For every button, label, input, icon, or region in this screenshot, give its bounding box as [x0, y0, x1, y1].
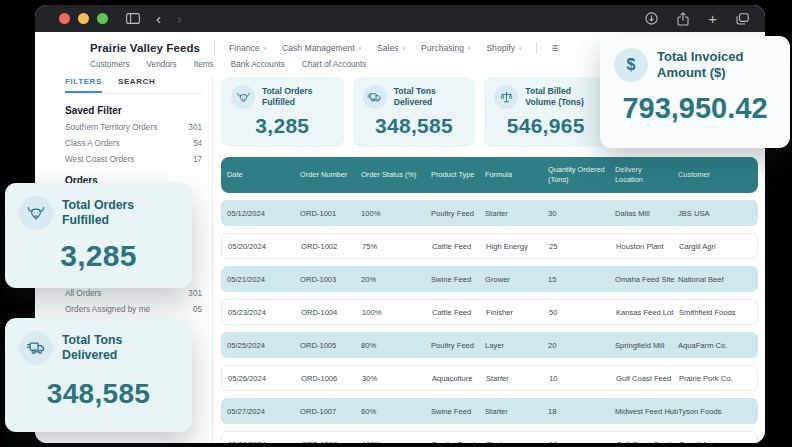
orders-table: DateOrder NumberOrder Status (%)Product … [221, 157, 758, 443]
menu-sales[interactable]: Sales∨ [377, 43, 406, 53]
cell-formula: Finisher [486, 308, 549, 317]
cell-order-status: 100% [361, 209, 431, 218]
cell-order-status: 100% [362, 440, 432, 444]
kpi-cards: Total Orders Fulfilled3,285 Total Tons D… [221, 77, 607, 147]
overlay-card-label: Total Invoiced Amount ($) [657, 49, 776, 80]
menu-cash-management[interactable]: Cash Management∨ [282, 43, 362, 53]
cell-delivery-location: Kansas Feed Lot [616, 308, 679, 317]
table-row[interactable]: 05/26/2024ORD-100630%AquacultureStarter1… [221, 365, 758, 391]
menu-icon[interactable]: ≡ [551, 42, 558, 54]
table-header: DateOrder NumberOrder Status (%)Product … [221, 157, 758, 193]
zoom-button[interactable] [97, 13, 108, 24]
traffic-lights [59, 13, 108, 24]
subnav-chart-of-accounts[interactable]: Chart of Accounts [302, 60, 367, 69]
kpi-value: 3,285 [231, 114, 334, 138]
table-row[interactable]: 05/08/2024ORD-1008100%Poultry FeedStarte… [221, 431, 758, 443]
nav-divider [214, 42, 215, 54]
cell-order-number: ORD-1006 [301, 374, 362, 383]
sidebar-item-count: 05 [193, 305, 202, 314]
kpi-card-total-billed-volume-tons: Total Billed Volume (Tons)546,965 [484, 77, 607, 147]
forward-icon[interactable]: › [177, 11, 182, 26]
menu-finance[interactable]: Finance∨ [229, 43, 267, 53]
cell-product-type: Aquaculture [432, 374, 486, 383]
cell-date: 05/27/2024 [227, 407, 300, 416]
overlay-card-header: $ Total Invoiced Amount ($) [614, 48, 776, 82]
brand-title: Prairie Valley Feeds [90, 42, 200, 54]
cell-formula: High Energy [486, 242, 549, 251]
overlay-card-value: 348,585 [19, 378, 178, 410]
cell-delivery-location: Omaha Feed Site [615, 275, 678, 284]
tab-search[interactable]: SEARCH [118, 77, 155, 93]
cell-delivery-location: Midwest Feed Hub [615, 407, 678, 416]
chevron-down-icon: ∨ [518, 45, 522, 51]
table-row[interactable]: 05/27/2024ORD-100760%Swine FeedStarter18… [221, 398, 758, 424]
nav-divider [536, 42, 537, 54]
sidebar-item-southern-territory-orders[interactable]: Southern Territory Orders301 [65, 123, 202, 132]
cell-quantity-ordered-tons: 25 [549, 242, 616, 251]
cell-customer: Cargill Agri [679, 440, 757, 444]
cell-customer: National Beef [678, 275, 758, 284]
sidebar-item-all-orders[interactable]: All Orders301 [65, 289, 202, 298]
cell-quantity-ordered-tons: 50 [549, 308, 616, 317]
cell-product-type: Swine Feed [431, 275, 485, 284]
cell-customer: Smithfield Foods [679, 308, 757, 317]
kpi-label: Total Orders Fulfilled [262, 86, 334, 107]
sidebar-item-orders-assigned-by-me[interactable]: Orders Assigned by me05 [65, 305, 202, 314]
table-row[interactable]: 05/12/2024ORD-1001100%Poultry FeedStarte… [221, 200, 758, 226]
table-row[interactable]: 05/20/2024ORD-100275%Cattle FeedHigh Ene… [221, 233, 758, 259]
overlay-card-header: Total Tons Delivered [19, 331, 178, 365]
sidebar-toggle-icon[interactable] [126, 13, 140, 24]
overlay-card-label: Total Tons Delivered [62, 333, 178, 363]
kpi-value: 348,585 [363, 114, 466, 138]
subnav-vendors[interactable]: Vendors [147, 60, 177, 69]
minimize-button[interactable] [78, 13, 89, 24]
sidebar-item-west-coast-orders[interactable]: West Coast Orders17 [65, 155, 202, 164]
menu-shopify[interactable]: Shopify∨ [486, 43, 522, 53]
table-row[interactable]: 05/21/2024ORD-100320%Swine FeedGrower15O… [221, 266, 758, 292]
cell-quantity-ordered-tons: 15 [548, 275, 615, 284]
overlay-card-tons-delivered: Total Tons Delivered 348,585 [5, 318, 192, 432]
cell-customer: Cargill Agri [679, 242, 757, 251]
cell-order-number: ORD-1001 [300, 209, 361, 218]
subnav-items[interactable]: Items [194, 60, 214, 69]
truck-icon [19, 331, 53, 365]
column-header-date: Date [227, 170, 300, 180]
chevron-down-icon: ∨ [358, 45, 362, 51]
chevron-down-icon: ∨ [402, 45, 406, 51]
table-row[interactable]: 05/25/2024ORD-100580%Poultry FeedLayer20… [221, 332, 758, 358]
cell-delivery-location: Springfield Mill [615, 341, 678, 350]
cell-order-status: 100% [362, 308, 432, 317]
truck-icon [363, 85, 387, 109]
kpi-card-header: Total Billed Volume (Tons) [494, 85, 597, 109]
overlay-card-header: Total Orders Fulfilled [19, 196, 178, 230]
share-icon[interactable] [677, 12, 689, 26]
column-header-order-number: Order Number [300, 170, 361, 180]
subnav-bank-accounts[interactable]: Bank Accounts [231, 60, 285, 69]
cell-formula: Starter [485, 209, 548, 218]
tab-overview-icon[interactable] [736, 13, 749, 25]
sidebar-item-class-a-orders[interactable]: Class A Orders54 [65, 139, 202, 148]
cattle-icon [19, 196, 53, 230]
overlay-card-invoiced-amount: $ Total Invoiced Amount ($) 793,950.42 [600, 36, 790, 148]
chevron-down-icon: ∨ [263, 45, 267, 51]
downloads-icon[interactable] [645, 12, 658, 25]
section-title: Saved Filter [65, 105, 202, 116]
cell-formula: Starter [485, 407, 548, 416]
cell-quantity-ordered-tons: 19 [549, 440, 616, 444]
close-button[interactable] [59, 13, 70, 24]
back-icon[interactable]: ‹ [156, 11, 161, 26]
dollar-icon: $ [614, 48, 648, 82]
menu-purchasing[interactable]: Purchasing∨ [421, 43, 471, 53]
new-tab-icon[interactable]: + [708, 11, 717, 26]
tab-filters[interactable]: FILTERS [65, 77, 102, 93]
sidebar-item-label: Orders Assigned by me [65, 305, 150, 314]
column-header-customer: Customer [678, 170, 758, 180]
kpi-value: 546,965 [494, 114, 597, 138]
column-header-quantity-ordered-tons: Quantity Ordered (Tons) [548, 165, 615, 186]
table-row[interactable]: 05/23/2024ORD-1004100%Cattle FeedFinishe… [221, 299, 758, 325]
sidebar-section-saved-filter: Saved FilterSouthern Territory Orders301… [65, 105, 202, 164]
column-header-product-type: Product Type [431, 170, 485, 180]
subnav-customers[interactable]: Customers [90, 60, 130, 69]
kpi-card-header: Total Tons Delivered [363, 85, 466, 109]
cell-formula: Layer [485, 341, 548, 350]
